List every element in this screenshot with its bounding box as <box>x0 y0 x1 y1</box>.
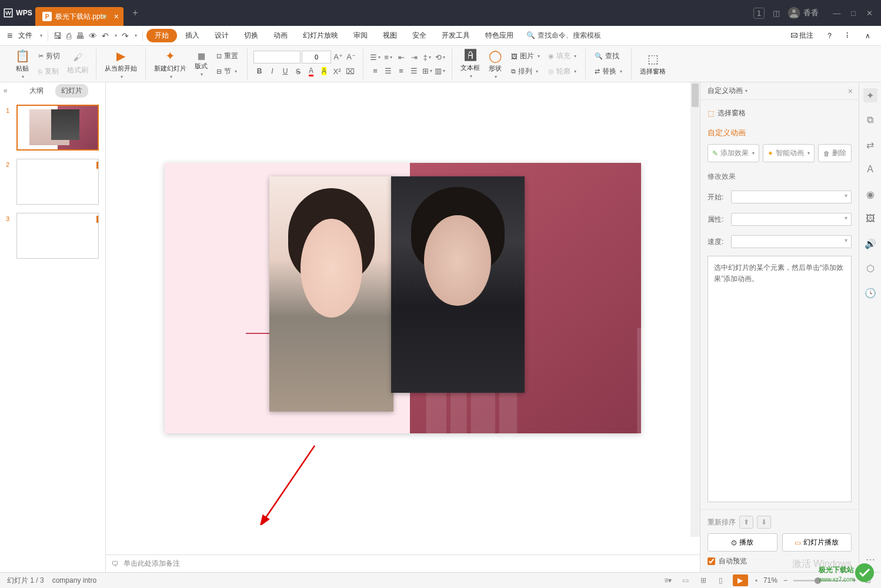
rail-image-icon[interactable]: 🖼 <box>863 212 877 226</box>
tab-special[interactable]: 特色应用 <box>478 28 520 43</box>
align-left-icon[interactable]: ≡ <box>369 65 381 76</box>
align-center-icon[interactable]: ☰ <box>382 65 394 76</box>
close-button[interactable]: ✕ <box>866 9 873 18</box>
tab-close-icon[interactable]: × <box>114 12 119 21</box>
line-spacing-icon[interactable]: ‡▾ <box>421 51 433 63</box>
align-right-icon[interactable]: ≡ <box>395 65 407 76</box>
delete-button[interactable]: 🗑 删除 <box>818 144 852 162</box>
numbering-icon[interactable]: ≡▾ <box>382 51 394 63</box>
save-icon[interactable]: 🖫 <box>52 29 64 43</box>
slide[interactable] <box>165 163 641 433</box>
columns-icon[interactable]: ▥▾ <box>434 65 446 76</box>
strikethrough-icon[interactable]: S̶ <box>292 65 304 77</box>
increase-indent-icon[interactable]: ⇥ <box>408 51 420 63</box>
rail-transition-icon[interactable]: ⇄ <box>863 138 877 152</box>
thumbnail-2[interactable] <box>16 159 99 205</box>
tab-review[interactable]: 审阅 <box>346 28 375 43</box>
redo-icon[interactable]: ↷ <box>120 29 131 43</box>
slideshow-play-button[interactable]: ▭幻灯片播放 <box>782 533 852 552</box>
wps-logo[interactable]: WPS <box>0 0 35 26</box>
new-tab-button[interactable]: + <box>127 5 144 21</box>
zoom-slider[interactable] <box>793 580 846 582</box>
text-direction-icon[interactable]: ⟲▾ <box>434 51 446 63</box>
speed-select[interactable] <box>731 235 852 248</box>
photo-right[interactable] <box>391 176 525 393</box>
normal-view-icon[interactable]: ▭ <box>680 575 692 586</box>
from-current-button[interactable]: ▶从当前开始▾ <box>101 48 141 81</box>
slide-counter[interactable]: 幻灯片 1 / 3 <box>7 576 44 586</box>
tab-transition[interactable]: 切换 <box>237 28 265 43</box>
document-tab[interactable]: P 极光下载站.pptx ⟳ × <box>35 7 124 26</box>
increase-font-icon[interactable]: A⁺ <box>332 51 344 62</box>
reading-view-icon[interactable]: ▯ <box>715 575 727 586</box>
notes-area[interactable]: 🗨 单击此处添加备注 <box>106 554 700 572</box>
comment-button[interactable]: 🖂 批注 <box>786 28 818 43</box>
copy-button[interactable]: ⎘ 复制 <box>35 65 63 78</box>
tab-slideshow[interactable]: 幻灯片放映 <box>296 28 345 43</box>
layout-button[interactable]: ▦版式▾ <box>191 50 211 78</box>
rail-sparkle-icon[interactable]: ✦ <box>863 88 877 102</box>
property-select[interactable] <box>731 213 852 226</box>
tab-sync-icon[interactable]: ⟳ <box>102 13 107 21</box>
template-name[interactable]: company intro <box>52 576 96 584</box>
superscript-icon[interactable]: X² <box>331 65 343 77</box>
new-slide-button[interactable]: ✦新建幻灯片▾ <box>151 48 190 81</box>
notification-badge[interactable]: 1 <box>753 8 765 19</box>
play-button[interactable]: ⊙播放 <box>708 533 777 552</box>
arrange-button[interactable]: ⧉ 排列 ▾ <box>508 65 543 78</box>
print-icon[interactable]: 🖶 <box>74 29 86 43</box>
decrease-indent-icon[interactable]: ⇤ <box>395 51 407 63</box>
zoom-in-icon[interactable]: + <box>852 576 856 584</box>
zoom-out-icon[interactable]: − <box>783 576 787 584</box>
textbox-button[interactable]: 🅰文本框▾ <box>457 48 483 80</box>
add-effect-button[interactable]: ✎添加效果▾ <box>708 144 759 162</box>
picture-button[interactable]: 🖼 图片 ▾ <box>508 49 543 63</box>
notes-view-icon[interactable]: ≡▾ <box>662 575 674 586</box>
outline-tab[interactable]: 大纲 <box>24 84 49 98</box>
shape-button[interactable]: ◯形状▾ <box>483 48 507 81</box>
underline-icon[interactable]: U <box>279 65 291 77</box>
file-menu[interactable]: 文件 <box>15 28 36 43</box>
tab-view[interactable]: 视图 <box>376 28 404 43</box>
collapse-panel-icon[interactable]: « <box>4 86 8 95</box>
user-menu[interactable]: 香香 <box>788 7 819 19</box>
find-button[interactable]: 🔍 查找 <box>592 49 625 63</box>
paste-button[interactable]: 📋粘贴▾ <box>11 48 34 81</box>
export-icon[interactable]: ⎙ <box>65 29 73 43</box>
format-painter-button[interactable]: 🖌格式刷 <box>64 51 91 77</box>
minimize-button[interactable]: — <box>833 9 840 18</box>
replace-button[interactable]: ⇄ 替换 ▾ <box>592 65 625 78</box>
slideshow-icon[interactable]: ▶ <box>733 574 748 586</box>
fill-button[interactable]: ◉ 填充 ▾ <box>545 49 579 63</box>
search-command[interactable]: 🔍 查找命令、搜索模板 <box>522 28 605 43</box>
zoom-level[interactable]: 71% <box>763 576 777 584</box>
distribute-icon[interactable]: ⊞▾ <box>421 65 433 76</box>
rail-audio-icon[interactable]: 🔊 <box>863 236 877 250</box>
cut-button[interactable]: ✂ 剪切 <box>35 49 63 63</box>
decrease-font-icon[interactable]: A⁻ <box>345 51 357 62</box>
print-preview-icon[interactable]: 👁 <box>87 29 99 43</box>
font-color-icon[interactable]: A <box>305 65 317 77</box>
rail-effects-icon[interactable]: ◉ <box>863 187 877 201</box>
hamburger-icon[interactable]: ≡ <box>6 28 14 44</box>
ribbon-options-icon[interactable]: ⠇ <box>841 29 856 42</box>
font-family-input[interactable] <box>253 51 301 64</box>
section-button[interactable]: ⊟ 节 ▾ <box>213 65 241 78</box>
move-down-button[interactable]: ⬇ <box>757 516 771 529</box>
rail-history-icon[interactable]: 🕓 <box>863 286 877 300</box>
tab-animation[interactable]: 动画 <box>266 28 295 43</box>
rail-more-icon[interactable]: ⋯ <box>863 552 877 566</box>
move-up-button[interactable]: ⬆ <box>739 516 753 529</box>
redo-dropdown[interactable]: ▾ <box>133 31 139 41</box>
font-size-input[interactable] <box>302 51 331 64</box>
file-dropdown-icon[interactable]: ▾ <box>38 31 44 41</box>
justify-icon[interactable]: ☰ <box>408 65 420 76</box>
bold-icon[interactable]: B <box>253 65 265 77</box>
vertical-scrollbar[interactable] <box>690 82 700 537</box>
slides-tab[interactable]: 幻灯片 <box>55 84 88 98</box>
select-pane-button[interactable]: ⬚选择窗格 <box>636 51 669 77</box>
select-pane-link[interactable]: ⬚选择窗格 <box>708 107 852 119</box>
apps-icon[interactable]: ◫ <box>773 9 780 18</box>
bullets-icon[interactable]: ☰▾ <box>369 51 381 63</box>
tab-home[interactable]: 开始 <box>146 29 177 42</box>
